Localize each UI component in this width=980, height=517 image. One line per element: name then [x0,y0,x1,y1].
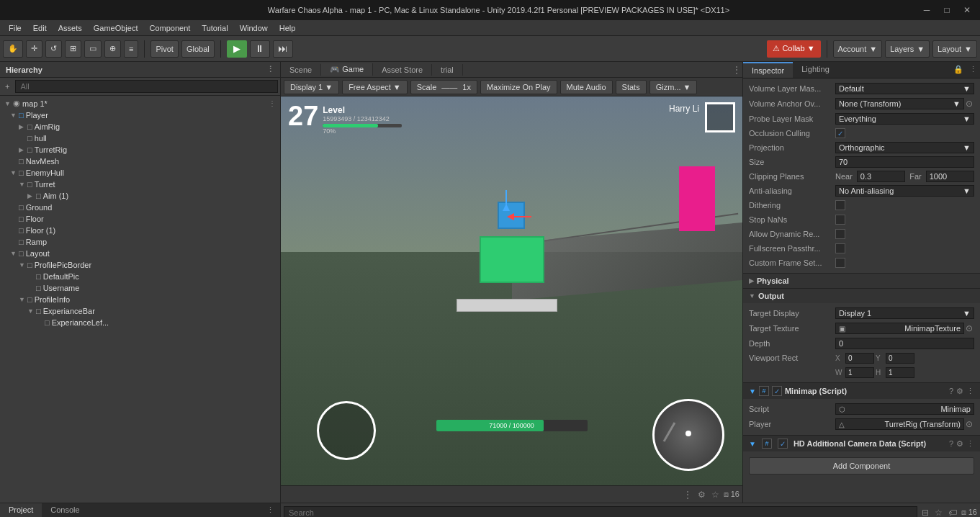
minimap-menu-icon[interactable]: ⋮ [966,387,974,396]
layout-btn[interactable]: Layout ▼ [932,40,977,58]
scene-tab-game[interactable]: 🎮 Game [321,63,373,76]
menu-assets[interactable]: Assets [53,22,88,34]
aspect-dropdown[interactable]: Free Aspect ▼ [342,80,408,94]
hierarchy-item-hull[interactable]: □ hull [1,132,279,144]
inspector-tab-inspector[interactable]: Inspector [743,62,793,78]
hierarchy-item-profilepicborder[interactable]: ▼ □ ProfilePicBorder [1,259,279,271]
hd-help-icon[interactable]: ? [949,439,953,449]
hierarchy-menu-icon[interactable]: ⋮ [266,65,274,74]
hd-camera-component-header[interactable]: ▼ # HD Additional Camera Data (Script) ?… [743,435,980,451]
hierarchy-item-player[interactable]: ▼ □ Player [1,109,279,121]
rotate-tool-btn[interactable]: ↺ [45,40,62,58]
hd-toggle[interactable]: # [762,439,772,449]
assets-filter-btn[interactable]: ⊟ [920,506,930,518]
hierarchy-item-turretrig[interactable]: ▶ □ TurretRig [1,144,279,156]
projection-dropdown[interactable]: Orthographic ▼ [835,142,974,153]
account-btn[interactable]: Account ▼ [833,40,883,58]
global-btn[interactable]: Global [181,40,215,58]
hierarchy-item-floor1[interactable]: □ Floor (1) [1,225,279,236]
output-section-header[interactable]: ▼ Output [743,288,980,303]
physical-section-header[interactable]: ▶ Physical [743,273,980,288]
minimap-settings-icon[interactable]: ⚙ [956,387,963,396]
collab-btn[interactable]: ⚠ Collab ▼ [767,40,820,58]
scene-tab-assetstore[interactable]: Asset Store [373,64,432,76]
viewport-x-input[interactable] [845,353,874,364]
scene-menu-btn[interactable]: ⋮ [731,63,742,76]
hd-settings-icon[interactable]: ⚙ [956,439,963,449]
stop-nans-checkbox[interactable] [835,215,845,225]
display-dropdown[interactable]: Display 1 ▼ [284,80,339,94]
maximize-on-play-btn[interactable]: Maximize On Play [480,80,557,94]
occlusion-culling-checkbox[interactable] [835,128,845,138]
assets-label-btn[interactable]: 🏷 [947,506,958,518]
step-btn[interactable]: ⏭ [273,40,293,58]
custom-frame-checkbox[interactable] [835,258,845,268]
volume-layer-mask-dropdown[interactable]: Default ▼ [835,83,974,94]
maximize-btn[interactable]: □ [940,3,954,17]
hd-enabled-checkbox[interactable] [778,439,788,449]
scene-tab-trial[interactable]: trial [432,64,463,76]
inspector-lock-icon[interactable]: 🔒 [950,62,966,78]
inspector-tab-lighting[interactable]: Lighting [793,62,838,78]
add-component-btn[interactable]: Add Component [749,457,974,475]
viewport-y-input[interactable] [886,353,914,364]
menu-window[interactable]: Window [234,22,274,34]
target-display-dropdown[interactable]: Display 1 ▼ [835,307,974,319]
hierarchy-item-navmesh[interactable]: □ NavMesh [1,156,279,167]
probe-layer-mask-dropdown[interactable]: Everything ▼ [835,113,974,125]
pivot-btn[interactable]: Pivot [150,40,178,58]
dithering-checkbox[interactable] [835,200,845,210]
depth-input[interactable] [835,338,974,349]
scale-control[interactable]: Scale —— 1x [410,80,477,94]
hierarchy-search-input[interactable] [15,80,278,93]
hierarchy-item-layout[interactable]: ▼ □ Layout [1,248,279,259]
player-pick-btn[interactable]: ⊙ [964,418,974,431]
viewport-menu-btn[interactable]: ⋮ [682,488,693,501]
hierarchy-add-btn[interactable]: + [2,82,12,91]
hierarchy-item-floor[interactable]: □ Floor [1,213,279,225]
project-tab[interactable]: Project [0,503,42,517]
rect-tool-btn[interactable]: ▭ [84,40,102,58]
hierarchy-item-username[interactable]: □ Username [1,282,279,294]
hierarchy-item-experianceleft[interactable]: □ ExperianceLef... [1,317,279,328]
hierarchy-item-map1[interactable]: ▼ ◉ map 1* ⋮ [1,97,279,109]
viewport-w-input[interactable] [845,367,874,378]
game-viewport[interactable]: 27 Level 15993493 / 123412342 70% Harry … [281,96,742,485]
mute-audio-btn[interactable]: Mute Audio [560,80,613,94]
far-input[interactable] [926,171,974,182]
inspector-menu-icon[interactable]: ⋮ [966,62,980,78]
menu-gameobject[interactable]: GameObject [88,22,144,34]
size-input[interactable] [835,156,974,168]
scale-tool-btn[interactable]: ⊞ [65,40,81,58]
hierarchy-item-experiancebar[interactable]: ▼ □ ExperianceBar [1,305,279,317]
hierarchy-item-aim1[interactable]: ▶ □ Aim (1) [1,190,279,202]
move-tool-btn[interactable]: ✛ [26,40,42,58]
layers-btn[interactable]: Layers ▼ [885,40,930,58]
volume-anchor-pick-btn[interactable]: ⊙ [964,97,974,110]
hierarchy-item-options[interactable]: ⋮ [269,99,276,107]
close-btn[interactable]: ✕ [960,3,974,17]
player-dropdown[interactable]: △ TurretRig (Transform) [835,418,964,430]
viewport-settings-btn[interactable]: ⚙ [696,488,707,501]
assets-star-btn[interactable]: ☆ [933,506,944,518]
project-menu-icon[interactable]: ⋮ [261,503,280,517]
antialiasing-dropdown[interactable]: No Anti-aliasing ▼ [835,185,974,197]
menu-tutorial[interactable]: Tutorial [196,22,233,34]
gizmos-btn[interactable]: Gizm... ▼ [649,80,698,94]
menu-file[interactable]: File [3,22,27,34]
minimap-enabled-checkbox[interactable] [772,386,782,396]
menu-help[interactable]: Help [274,22,302,34]
scene-tab-scene[interactable]: Scene [281,64,321,76]
hierarchy-item-aimrig[interactable]: ▶ □ AimRig [1,121,279,132]
hierarchy-item-defaultpic[interactable]: □ DefaultPic [1,271,279,282]
hierarchy-item-profileinfo[interactable]: ▼ □ ProfileInfo [1,294,279,305]
viewport-star-btn[interactable]: ☆ [710,488,721,501]
target-texture-dropdown[interactable]: ▣ MinimapTexture [835,323,964,334]
transform-tool-btn[interactable]: ⊕ [104,40,121,58]
viewport-h-input[interactable] [886,367,914,378]
play-btn[interactable]: ▶ [227,40,247,58]
volume-anchor-dropdown[interactable]: None (Transform) ▼ [835,98,964,109]
menu-edit[interactable]: Edit [27,22,53,34]
minimap-component-header[interactable]: ▼ # Minimap (Script) ? ⚙ ⋮ [743,382,980,399]
hierarchy-item-ramp[interactable]: □ Ramp [1,236,279,248]
